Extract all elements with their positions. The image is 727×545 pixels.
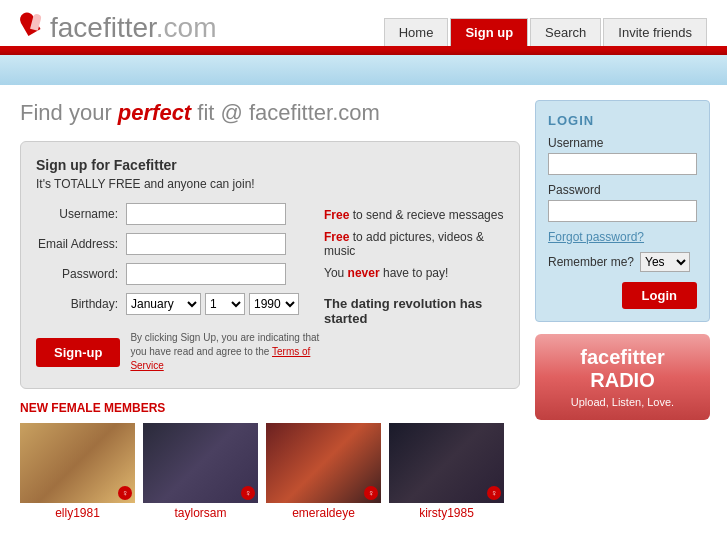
logo-name: facefitter [50,12,156,43]
list-item: elly1981 [20,423,135,520]
login-username-label: Username [548,136,697,150]
heart-logo-icon [20,10,48,42]
hero-text: Find your perfect fit @ facefitter.com [20,100,520,126]
nav-invite[interactable]: Invite friends [603,18,707,46]
signup-action: Sign-up By clicking Sign Up, you are ind… [36,331,504,373]
birthday-year-select[interactable]: 199019851980 [249,293,299,315]
remember-label: Remember me? [548,255,634,269]
female-badge [364,486,378,500]
signup-subtitle: It's TOTALLY FREE and anyone can join! [36,177,504,191]
member-name[interactable]: elly1981 [20,506,135,520]
female-badge [487,486,501,500]
left-column: Find your perfect fit @ facefitter.com S… [20,100,520,520]
female-badge [241,486,255,500]
member-photo-elly[interactable] [20,423,135,503]
logo-domain: .com [156,12,217,43]
right-column: LOGIN Username Password Forgot password?… [535,100,710,520]
birthday-selects: JanuaryFebruaryMarch AprilMayJune JulyAu… [126,293,299,315]
radio-box[interactable]: facefitter RADIO Upload, Listen, Love. [535,334,710,420]
hero-pre: Find your [20,100,118,125]
radio-tagline: Upload, Listen, Love. [547,396,698,408]
remember-row: Remember me? Yes No [548,252,697,272]
list-item: emeraldeye [266,423,381,520]
birthday-month-select[interactable]: JanuaryFebruaryMarch AprilMayJune JulyAu… [126,293,201,315]
member-name[interactable]: kirsty1985 [389,506,504,520]
blue-bar [0,55,727,85]
signup-button[interactable]: Sign-up [36,338,120,367]
female-badge [118,486,132,500]
radio-brand: facefitter [580,346,664,368]
email-row: Email Address: [36,233,299,255]
members-grid: elly1981 taylorsam emeraldeye [20,423,520,520]
member-photo-kirsty[interactable] [389,423,504,503]
birthday-label: Birthday: [36,297,126,311]
promo-line-3: You never have to pay! [324,266,504,280]
password-input[interactable] [126,263,286,285]
username-row: Username: [36,203,299,225]
hero-mid: fit @ facefitter.com [191,100,380,125]
promo-column: Free to send & recieve messages Free to … [324,203,504,326]
hero-highlight: perfect [118,100,191,125]
members-section: NEW FEMALE MEMBERS elly1981 taylorsam [20,401,520,520]
logo-text: facefitter.com [50,12,217,44]
login-username-input[interactable] [548,153,697,175]
password-row: Password: [36,263,299,285]
nav-search[interactable]: Search [530,18,601,46]
promo-line-1: Free to send & recieve messages [324,208,504,222]
email-label: Email Address: [36,237,126,251]
promo-tagline: The dating revolution has started [324,296,504,326]
login-password-input[interactable] [548,200,697,222]
radio-logo: facefitter RADIO [547,346,698,392]
birthday-row: Birthday: JanuaryFebruaryMarch AprilMayJ… [36,293,299,315]
nav-home[interactable]: Home [384,18,449,46]
promo-line-2: Free to add pictures, videos & music [324,230,504,258]
logo: facefitter.com [20,10,217,46]
member-name[interactable]: taylorsam [143,506,258,520]
username-label: Username: [36,207,126,221]
username-input[interactable] [126,203,286,225]
birthday-day-select[interactable]: 12345 [205,293,245,315]
list-item: kirsty1985 [389,423,504,520]
password-label: Password: [36,267,126,281]
email-input[interactable] [126,233,286,255]
member-photo-emerald[interactable] [266,423,381,503]
forgot-password-link[interactable]: Forgot password? [548,230,697,244]
signup-box: Sign up for Facefitter It's TOTALLY FREE… [20,141,520,389]
login-title: LOGIN [548,113,697,128]
terms-text: By clicking Sign Up, you are indicating … [130,331,330,373]
header: facefitter.com Home Sign up Search Invit… [0,0,727,49]
member-photo-taylor[interactable] [143,423,258,503]
main-content: Find your perfect fit @ facefitter.com S… [0,85,727,535]
login-button[interactable]: Login [622,282,697,309]
nav-signup[interactable]: Sign up [450,18,528,46]
signup-title: Sign up for Facefitter [36,157,504,173]
members-title: NEW FEMALE MEMBERS [20,401,520,415]
radio-name: RADIO [590,369,654,391]
login-box: LOGIN Username Password Forgot password?… [535,100,710,322]
login-password-label: Password [548,183,697,197]
member-name[interactable]: emeraldeye [266,506,381,520]
remember-select[interactable]: Yes No [640,252,690,272]
nav: Home Sign up Search Invite friends [382,18,707,46]
login-button-row: Login [548,282,697,309]
list-item: taylorsam [143,423,258,520]
